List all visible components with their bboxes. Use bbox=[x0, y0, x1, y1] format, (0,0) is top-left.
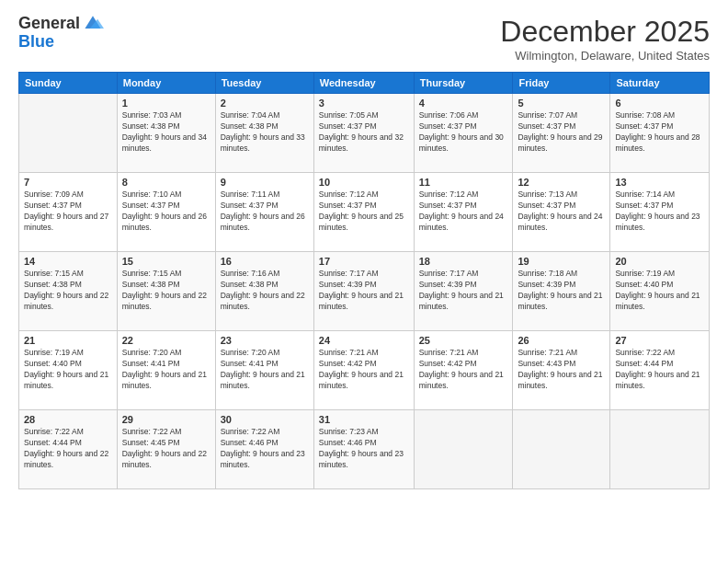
calendar-cell bbox=[19, 94, 118, 173]
calendar-cell: 19Sunrise: 7:18 AMSunset: 4:39 PMDayligh… bbox=[513, 252, 610, 331]
header-saturday: Saturday bbox=[610, 73, 710, 94]
calendar-table: Sunday Monday Tuesday Wednesday Thursday… bbox=[18, 72, 710, 489]
calendar-cell: 20Sunrise: 7:19 AMSunset: 4:40 PMDayligh… bbox=[610, 252, 710, 331]
calendar-cell: 15Sunrise: 7:15 AMSunset: 4:38 PMDayligh… bbox=[117, 252, 215, 331]
calendar-cell: 16Sunrise: 7:16 AMSunset: 4:38 PMDayligh… bbox=[215, 252, 313, 331]
day-number: 23 bbox=[221, 335, 309, 346]
day-number: 1 bbox=[122, 98, 210, 109]
day-number: 28 bbox=[24, 414, 112, 425]
day-number: 12 bbox=[518, 177, 605, 188]
calendar-cell: 26Sunrise: 7:21 AMSunset: 4:43 PMDayligh… bbox=[513, 331, 610, 410]
day-number: 25 bbox=[419, 335, 508, 346]
day-number: 13 bbox=[615, 177, 704, 188]
day-number: 31 bbox=[319, 414, 409, 425]
day-info: Sunrise: 7:15 AMSunset: 4:38 PMDaylight:… bbox=[24, 269, 112, 313]
calendar-cell: 8Sunrise: 7:10 AMSunset: 4:37 PMDaylight… bbox=[117, 173, 215, 252]
day-info: Sunrise: 7:09 AMSunset: 4:37 PMDaylight:… bbox=[24, 190, 112, 234]
calendar-cell bbox=[513, 410, 610, 489]
calendar-header-row: Sunday Monday Tuesday Wednesday Thursday… bbox=[19, 73, 710, 94]
calendar-cell bbox=[610, 410, 710, 489]
calendar-cell: 11Sunrise: 7:12 AMSunset: 4:37 PMDayligh… bbox=[414, 173, 513, 252]
calendar-cell: 17Sunrise: 7:17 AMSunset: 4:39 PMDayligh… bbox=[313, 252, 414, 331]
calendar-cell: 14Sunrise: 7:15 AMSunset: 4:38 PMDayligh… bbox=[19, 252, 118, 331]
day-number: 17 bbox=[319, 256, 409, 267]
logo-text-line2: Blue bbox=[18, 33, 104, 52]
day-number: 22 bbox=[122, 335, 210, 346]
calendar-cell: 3Sunrise: 7:05 AMSunset: 4:37 PMDaylight… bbox=[313, 94, 414, 173]
calendar-cell: 13Sunrise: 7:14 AMSunset: 4:37 PMDayligh… bbox=[610, 173, 710, 252]
day-info: Sunrise: 7:08 AMSunset: 4:37 PMDaylight:… bbox=[615, 110, 704, 155]
month-title: December 2025 bbox=[500, 15, 710, 49]
day-info: Sunrise: 7:21 AMSunset: 4:43 PMDaylight:… bbox=[518, 348, 605, 392]
calendar-cell: 12Sunrise: 7:13 AMSunset: 4:37 PMDayligh… bbox=[513, 173, 610, 252]
day-info: Sunrise: 7:21 AMSunset: 4:42 PMDaylight:… bbox=[319, 348, 409, 392]
day-number: 11 bbox=[419, 177, 508, 188]
day-info: Sunrise: 7:12 AMSunset: 4:37 PMDaylight:… bbox=[319, 190, 409, 234]
header-tuesday: Tuesday bbox=[215, 73, 313, 94]
calendar-week-row: 28Sunrise: 7:22 AMSunset: 4:44 PMDayligh… bbox=[19, 410, 710, 489]
day-number: 9 bbox=[221, 177, 309, 188]
logo-text-line1: General bbox=[18, 15, 80, 33]
day-info: Sunrise: 7:22 AMSunset: 4:44 PMDaylight:… bbox=[615, 348, 704, 392]
calendar-cell: 2Sunrise: 7:04 AMSunset: 4:38 PMDaylight… bbox=[215, 94, 313, 173]
calendar-cell: 23Sunrise: 7:20 AMSunset: 4:41 PMDayligh… bbox=[215, 331, 313, 410]
calendar-cell: 6Sunrise: 7:08 AMSunset: 4:37 PMDaylight… bbox=[610, 94, 710, 173]
calendar-week-row: 1Sunrise: 7:03 AMSunset: 4:38 PMDaylight… bbox=[19, 94, 710, 173]
calendar-week-row: 21Sunrise: 7:19 AMSunset: 4:40 PMDayligh… bbox=[19, 331, 710, 410]
calendar-cell: 24Sunrise: 7:21 AMSunset: 4:42 PMDayligh… bbox=[313, 331, 414, 410]
header-sunday: Sunday bbox=[19, 73, 118, 94]
day-number: 10 bbox=[319, 177, 409, 188]
calendar-cell: 4Sunrise: 7:06 AMSunset: 4:37 PMDaylight… bbox=[414, 94, 513, 173]
day-info: Sunrise: 7:03 AMSunset: 4:38 PMDaylight:… bbox=[122, 110, 210, 155]
calendar-cell: 31Sunrise: 7:23 AMSunset: 4:46 PMDayligh… bbox=[313, 410, 414, 489]
header-thursday: Thursday bbox=[414, 73, 513, 94]
title-area: December 2025 Wilmington, Delaware, Unit… bbox=[500, 15, 710, 63]
day-number: 15 bbox=[122, 256, 210, 267]
day-number: 21 bbox=[24, 335, 112, 346]
day-info: Sunrise: 7:11 AMSunset: 4:37 PMDaylight:… bbox=[221, 190, 309, 234]
logo-icon bbox=[82, 14, 104, 32]
calendar-cell: 10Sunrise: 7:12 AMSunset: 4:37 PMDayligh… bbox=[313, 173, 414, 252]
day-number: 19 bbox=[518, 256, 605, 267]
day-info: Sunrise: 7:22 AMSunset: 4:46 PMDaylight:… bbox=[221, 427, 309, 471]
header-wednesday: Wednesday bbox=[313, 73, 414, 94]
calendar-week-row: 7Sunrise: 7:09 AMSunset: 4:37 PMDaylight… bbox=[19, 173, 710, 252]
day-number: 20 bbox=[615, 256, 704, 267]
calendar-cell: 1Sunrise: 7:03 AMSunset: 4:38 PMDaylight… bbox=[117, 94, 215, 173]
day-number: 16 bbox=[221, 256, 309, 267]
day-number: 5 bbox=[518, 98, 605, 109]
day-info: Sunrise: 7:04 AMSunset: 4:38 PMDaylight:… bbox=[221, 110, 309, 155]
day-number: 7 bbox=[24, 177, 112, 188]
calendar-cell: 22Sunrise: 7:20 AMSunset: 4:41 PMDayligh… bbox=[117, 331, 215, 410]
calendar-cell: 7Sunrise: 7:09 AMSunset: 4:37 PMDaylight… bbox=[19, 173, 118, 252]
calendar-week-row: 14Sunrise: 7:15 AMSunset: 4:38 PMDayligh… bbox=[19, 252, 710, 331]
calendar-cell: 25Sunrise: 7:21 AMSunset: 4:42 PMDayligh… bbox=[414, 331, 513, 410]
day-info: Sunrise: 7:21 AMSunset: 4:42 PMDaylight:… bbox=[419, 348, 508, 392]
calendar-cell: 5Sunrise: 7:07 AMSunset: 4:37 PMDaylight… bbox=[513, 94, 610, 173]
day-info: Sunrise: 7:14 AMSunset: 4:37 PMDaylight:… bbox=[615, 190, 704, 234]
day-number: 18 bbox=[419, 256, 508, 267]
day-info: Sunrise: 7:16 AMSunset: 4:38 PMDaylight:… bbox=[221, 269, 309, 313]
calendar-cell: 29Sunrise: 7:22 AMSunset: 4:45 PMDayligh… bbox=[117, 410, 215, 489]
day-number: 2 bbox=[221, 98, 309, 109]
day-number: 30 bbox=[221, 414, 309, 425]
day-info: Sunrise: 7:18 AMSunset: 4:39 PMDaylight:… bbox=[518, 269, 605, 313]
header-friday: Friday bbox=[513, 73, 610, 94]
header: General Blue December 2025 Wilmington, D… bbox=[18, 15, 710, 63]
calendar-cell: 18Sunrise: 7:17 AMSunset: 4:39 PMDayligh… bbox=[414, 252, 513, 331]
day-info: Sunrise: 7:06 AMSunset: 4:37 PMDaylight:… bbox=[419, 110, 508, 155]
day-number: 27 bbox=[615, 335, 704, 346]
calendar-cell bbox=[414, 410, 513, 489]
location: Wilmington, Delaware, United States bbox=[500, 49, 710, 63]
day-info: Sunrise: 7:22 AMSunset: 4:45 PMDaylight:… bbox=[122, 427, 210, 471]
day-info: Sunrise: 7:10 AMSunset: 4:37 PMDaylight:… bbox=[122, 190, 210, 234]
calendar-cell: 28Sunrise: 7:22 AMSunset: 4:44 PMDayligh… bbox=[19, 410, 118, 489]
day-info: Sunrise: 7:19 AMSunset: 4:40 PMDaylight:… bbox=[24, 348, 112, 392]
logo: General Blue bbox=[18, 15, 104, 52]
day-info: Sunrise: 7:19 AMSunset: 4:40 PMDaylight:… bbox=[615, 269, 704, 313]
day-info: Sunrise: 7:20 AMSunset: 4:41 PMDaylight:… bbox=[122, 348, 210, 392]
page: General Blue December 2025 Wilmington, D… bbox=[0, 0, 728, 563]
day-info: Sunrise: 7:17 AMSunset: 4:39 PMDaylight:… bbox=[319, 269, 409, 313]
day-number: 24 bbox=[319, 335, 409, 346]
day-number: 4 bbox=[419, 98, 508, 109]
